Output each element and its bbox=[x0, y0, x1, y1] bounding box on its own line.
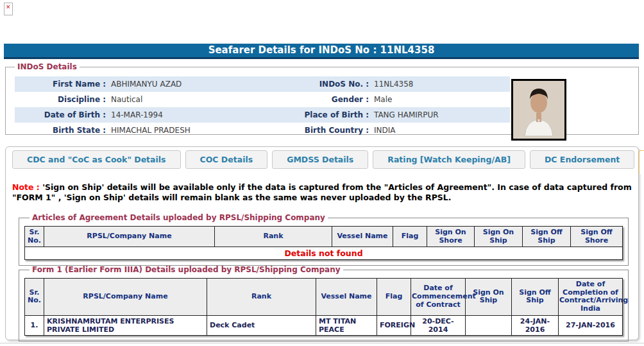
articles-col-flag: Flag bbox=[393, 227, 427, 247]
form1-col-completion-date: Date of Completion of Contract/Arriving … bbox=[559, 279, 623, 316]
form1-cell-flag: FOREIGN bbox=[377, 315, 411, 335]
form1-col-sign-off-ship: Sign Off Ship bbox=[512, 279, 559, 316]
articles-col-sign-on-shore: Sign On Shore bbox=[427, 227, 475, 247]
form1-cell-vessel: MT TITAN PEACE bbox=[316, 315, 377, 335]
form1-cell-company: KRISHNAMRUTAM ENTERPRISES PRIVATE LIMITE… bbox=[44, 315, 207, 335]
form1-col-company: RPSL/Company Name bbox=[44, 279, 207, 316]
page-bottom-divider bbox=[0, 343, 644, 343]
tab-coc-details[interactable]: COC Details bbox=[185, 150, 268, 169]
gender-label: Gender : bbox=[303, 95, 374, 104]
form1-col-vessel: Vessel Name bbox=[316, 279, 377, 316]
form1-col-commencement-date: Date of Commencement of Contract bbox=[411, 279, 466, 316]
form1-col-flag: Flag bbox=[377, 279, 411, 316]
tab-sea-service-details[interactable]: Sea Service Details bbox=[639, 150, 644, 174]
place-of-birth-label: Place of Birth : bbox=[303, 110, 374, 119]
tab-gmdss-details[interactable]: GMDSS Details bbox=[272, 150, 368, 169]
form1-col-rank: Rank bbox=[207, 279, 316, 316]
note-text: Note : 'Sign on Ship' details will be av… bbox=[12, 182, 636, 202]
articles-col-company: RPSL/Company Name bbox=[44, 227, 215, 247]
tab-bar: CDC and "CoC as Cook" Details COC Detail… bbox=[12, 150, 644, 173]
form1-fieldset: Form 1 (Earlier Form IIIA) Details uploa… bbox=[19, 265, 629, 342]
indos-details-legend: INDoS Details bbox=[15, 62, 80, 71]
indos-no-value: 11NL4358 bbox=[374, 80, 510, 89]
seafarer-photo bbox=[511, 79, 566, 141]
place-of-birth-value: TANG HAMIRPUR bbox=[374, 110, 510, 119]
form1-col-srno: Sr. No. bbox=[25, 279, 44, 316]
form1-legend: Form 1 (Earlier Form IIIA) Details uploa… bbox=[30, 265, 343, 274]
articles-col-srno: Sr. No. bbox=[25, 227, 44, 247]
first-name-label: First Name : bbox=[15, 80, 111, 89]
articles-empty-row: Details not found bbox=[25, 247, 623, 260]
tab-panel: CDC and "CoC as Cook" Details COC Detail… bbox=[5, 146, 639, 340]
articles-col-sign-on-ship: Sign On Ship bbox=[475, 227, 523, 247]
indos-no-label: INDoS No. : bbox=[303, 80, 374, 89]
form1-cell-rank: Deck Cadet bbox=[207, 315, 316, 335]
gender-value: Male bbox=[374, 95, 510, 104]
indos-row-dob: Date of Birth : 14-MAR-1994 Place of Bir… bbox=[15, 107, 510, 123]
first-name-value: ABHIMANYU AZAD bbox=[111, 80, 303, 89]
form1-cell-sign-off-ship: 24-JAN-2016 bbox=[512, 315, 559, 335]
discipline-value: Nautical bbox=[111, 95, 303, 104]
form1-cell-sign-on-ship bbox=[466, 315, 512, 335]
form1-cell-commencement-date: 20-DEC-2014 bbox=[411, 315, 466, 335]
tab-dc-endorsement[interactable]: DC Endorsement bbox=[530, 150, 634, 169]
articles-col-sign-off-ship: Sign Off Ship bbox=[523, 227, 571, 247]
discipline-label: Discipline : bbox=[15, 95, 111, 104]
form1-cell-completion-date: 27-JAN-2016 bbox=[559, 315, 623, 335]
birth-country-value: INDIA bbox=[374, 126, 510, 135]
form1-header-row: Sr. No. RPSL/Company Name Rank Vessel Na… bbox=[25, 279, 623, 316]
note-body: 'Sign on Ship' details will be available… bbox=[12, 182, 632, 202]
articles-col-vessel: Vessel Name bbox=[332, 227, 393, 247]
broken-image-icon: ✕ bbox=[4, 3, 13, 15]
page-title: Seafarer Details for INDoS No : 11NL4358 bbox=[4, 44, 639, 59]
form1-table: Sr. No. RPSL/Company Name Rank Vessel Na… bbox=[24, 278, 623, 336]
birth-state-label: Birth State : bbox=[15, 126, 111, 135]
dob-label: Date of Birth : bbox=[15, 110, 111, 119]
tab-cdc-coc-as-cook[interactable]: CDC and "CoC as Cook" Details bbox=[12, 150, 181, 169]
articles-col-rank: Rank bbox=[215, 227, 332, 247]
dob-value: 14-MAR-1994 bbox=[111, 110, 303, 119]
birth-state-value: HIMACHAL PRADESH bbox=[111, 126, 303, 135]
details-not-found-message: Details not found bbox=[25, 247, 623, 260]
indos-row-first-name: First Name : ABHIMANYU AZAD INDoS No. : … bbox=[15, 76, 510, 92]
indos-rows: First Name : ABHIMANYU AZAD INDoS No. : … bbox=[15, 76, 510, 138]
indos-row-discipline: Discipline : Nautical Gender : Male bbox=[15, 92, 510, 107]
indos-details-fieldset: INDoS Details First Name : ABHIMANYU AZA… bbox=[5, 62, 639, 135]
articles-col-sign-off-shore: Sign Off Shore bbox=[571, 227, 623, 247]
form1-cell-srno: 1. bbox=[25, 315, 44, 335]
form1-data-row: 1. KRISHNAMRUTAM ENTERPRISES PRIVATE LIM… bbox=[25, 315, 623, 335]
articles-legend: Articles of Agreement Details uploaded b… bbox=[30, 213, 328, 222]
indos-row-birth-state: Birth State : HIMACHAL PRADESH Birth Cou… bbox=[15, 123, 510, 138]
articles-of-agreement-fieldset: Articles of Agreement Details uploaded b… bbox=[19, 213, 629, 266]
articles-header-row: Sr. No. RPSL/Company Name Rank Vessel Na… bbox=[25, 227, 623, 247]
note-prefix: Note : bbox=[12, 182, 40, 192]
tab-rating-watch-keeping[interactable]: Rating [Watch Keeping/AB] bbox=[373, 150, 525, 169]
birth-country-label: Birth Country : bbox=[303, 126, 374, 135]
articles-table: Sr. No. RPSL/Company Name Rank Vessel Na… bbox=[24, 226, 623, 260]
